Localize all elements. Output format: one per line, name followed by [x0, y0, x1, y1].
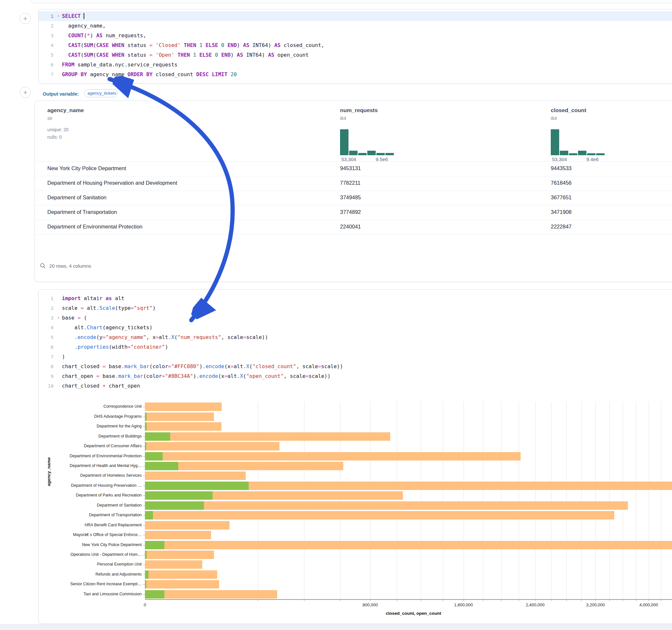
table-cell[interactable]: 2222847 — [551, 224, 572, 230]
histogram-bar — [569, 153, 577, 155]
line-number: 2 — [39, 21, 56, 31]
table-cell[interactable]: Department of Housing Preservation and D… — [47, 180, 177, 186]
histogram-bar — [578, 151, 586, 155]
fold-arrow-icon[interactable]: ▾ — [56, 313, 61, 323]
column-histogram[interactable] — [551, 129, 606, 155]
code-text: agency_name, — [61, 21, 106, 31]
code-text: chart_closed + chart_open — [61, 381, 140, 391]
fold-spacer — [56, 323, 61, 333]
sql-line-3[interactable]: 3 COUNT(*) AS num_requests, — [39, 31, 672, 41]
column-header-agency_name[interactable]: agency_name — [47, 107, 83, 114]
table-cell[interactable]: 3677651 — [551, 194, 572, 201]
histogram-bar — [349, 151, 358, 155]
python-line-2[interactable]: 2 scale = alt.Scale(type="sqrt") — [39, 303, 672, 313]
output-variable-label: Output variable: — [43, 91, 79, 97]
fold-spacer — [56, 21, 61, 31]
python-cell-card: 1 import altair as alt2 scale = alt.Scal… — [38, 289, 672, 624]
table-cell[interactable]: New York City Police Department — [47, 165, 126, 171]
row-separator — [35, 176, 672, 176]
fold-spacer — [56, 371, 61, 381]
page-bottom-gutter — [0, 624, 672, 630]
output-variable-pill[interactable]: agency_tickets — [84, 90, 118, 97]
fold-spacer — [56, 362, 61, 371]
column-stat: unique: 20 — [47, 126, 68, 134]
code-text: .properties(width="container") — [61, 342, 168, 352]
line-number: 10 — [39, 381, 56, 391]
code-text: COUNT(*) AS num_requests, — [61, 31, 146, 41]
line-number: 7 — [39, 70, 56, 79]
previous-cell-edge — [31, 0, 672, 3]
row-separator — [35, 205, 672, 205]
sql-code-editor[interactable]: 1▾SELECT 2 agency_name,3 COUNT(*) AS num… — [39, 11, 672, 79]
fold-spacer — [56, 41, 61, 50]
add-cell-button-middle[interactable]: + — [20, 87, 31, 98]
line-number: 1 — [39, 294, 56, 303]
line-number: 1 — [39, 11, 56, 21]
column-header-closed_count[interactable]: closed_count — [551, 107, 586, 114]
text-caret — [83, 13, 84, 19]
line-number: 4 — [39, 41, 56, 50]
table-cell[interactable]: Department of Transportation — [47, 209, 117, 215]
table-cell[interactable]: 2240041 — [340, 224, 361, 230]
python-line-4[interactable]: 4 alt.Chart(agency_tickets) — [39, 323, 672, 333]
line-number: 8 — [39, 362, 56, 371]
python-line-3[interactable]: 3▾base = ( — [39, 313, 672, 323]
sql-line-1[interactable]: 1▾SELECT — [39, 11, 672, 21]
fold-spacer — [56, 342, 61, 352]
table-cell[interactable]: 3774892 — [340, 209, 361, 215]
python-line-5[interactable]: 5 .encode(y="agency_name", x=alt.X("num_… — [39, 333, 672, 342]
sql-cell-card: 1▾SELECT 2 agency_name,3 COUNT(*) AS num… — [38, 9, 672, 83]
line-number: 7 — [39, 352, 56, 362]
fold-spacer — [56, 333, 61, 342]
histogram-bar — [385, 153, 394, 155]
python-line-7[interactable]: 7 ) — [39, 352, 672, 362]
search-icon[interactable] — [40, 263, 46, 269]
table-cell[interactable]: Department of Sanitation — [47, 194, 107, 201]
sql-line-7[interactable]: 7 GROUP BY agency_name ORDER BY closed_c… — [39, 70, 672, 79]
histogram-bar — [367, 151, 376, 155]
sql-line-5[interactable]: 5 CAST(SUM(CASE WHEN status = 'Open' THE… — [39, 50, 672, 60]
row-separator — [35, 234, 672, 235]
column-dtype: i64 — [340, 116, 346, 121]
python-line-1[interactable]: 1 import altair as alt — [39, 294, 672, 303]
column-dtype: i64 — [551, 116, 557, 121]
row-separator — [35, 191, 672, 191]
python-line-10[interactable]: 10 chart_closed + chart_open — [39, 381, 672, 391]
table-cell[interactable]: Department of Environmental Protection — [47, 224, 142, 230]
column-stat: nulls: 0 — [47, 134, 62, 141]
code-text: ) — [61, 352, 65, 362]
code-text: chart_open = base.mark_bar(color="#8BC34… — [61, 371, 331, 381]
table-cell[interactable]: 3471908 — [551, 209, 572, 215]
code-text: SELECT — [61, 11, 84, 21]
code-text: scale = alt.Scale(type="sqrt") — [61, 303, 155, 313]
python-line-6[interactable]: 6 .properties(width="container") — [39, 342, 672, 352]
code-text: base = ( — [61, 313, 87, 323]
column-header-num_requests[interactable]: num_requests — [340, 107, 378, 114]
line-number: 9 — [39, 371, 56, 381]
sql-line-2[interactable]: 2 agency_name, — [39, 21, 672, 31]
add-cell-button-top[interactable]: + — [20, 13, 31, 24]
histogram-bar — [551, 129, 559, 155]
sql-line-6[interactable]: 6 FROM sample_data.nyc.service_requests — [39, 60, 672, 70]
table-cell[interactable]: 9443533 — [551, 165, 572, 171]
fold-arrow-icon[interactable]: ▾ — [56, 11, 61, 21]
line-number: 5 — [39, 50, 56, 60]
column-histogram[interactable] — [340, 129, 395, 155]
python-line-9[interactable]: 9 chart_open = base.mark_bar(color="#8BC… — [39, 371, 672, 381]
sql-line-4[interactable]: 4 CAST(SUM(CASE WHEN status = 'Closed' T… — [39, 41, 672, 50]
table-cell[interactable]: 7782211 — [340, 180, 360, 186]
table-row-count: 20 rows, 4 columns — [49, 263, 91, 269]
python-code-editor[interactable]: 1 import altair as alt2 scale = alt.Scal… — [39, 294, 672, 391]
results-table-card: agency_namestrunique: 20nulls: 0num_requ… — [35, 100, 672, 282]
histogram-bar — [587, 153, 596, 155]
histogram-bar — [358, 153, 367, 155]
table-cell[interactable]: 9453131 — [340, 165, 361, 171]
table-cell[interactable]: 7618456 — [551, 180, 572, 186]
line-number: 2 — [39, 303, 56, 313]
python-line-8[interactable]: 8 chart_closed = base.mark_bar(color="#F… — [39, 362, 672, 371]
code-text: alt.Chart(agency_tickets) — [61, 323, 152, 333]
table-cell[interactable]: 3749485 — [340, 194, 361, 201]
histogram-bar — [560, 151, 568, 155]
fold-spacer — [56, 50, 61, 60]
histogram-bar — [596, 153, 605, 155]
